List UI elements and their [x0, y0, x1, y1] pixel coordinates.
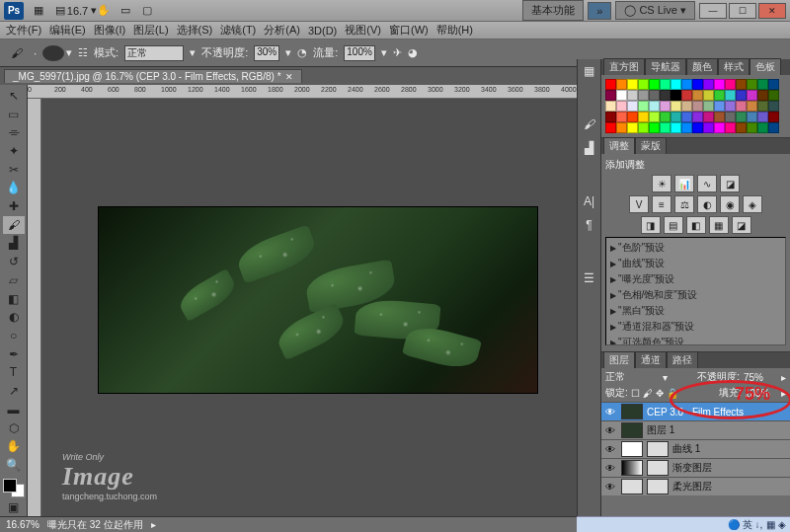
adj-curves[interactable]: ∿ — [697, 175, 717, 192]
tab-swatches[interactable]: 色板 — [750, 58, 781, 75]
tray-icon[interactable]: ▦ ◈ — [766, 519, 786, 530]
swatch[interactable] — [736, 112, 747, 122]
adj-mixer[interactable]: ◈ — [743, 195, 762, 213]
workspace-switcher[interactable]: 基本功能 — [522, 0, 584, 21]
eyedropper-tool[interactable]: 💧 — [3, 180, 25, 197]
swatch[interactable] — [768, 90, 779, 101]
swatch[interactable] — [757, 122, 768, 133]
swatch[interactable] — [605, 79, 616, 90]
swatch[interactable] — [692, 122, 703, 133]
3d-tool[interactable]: ⬡ — [3, 419, 25, 437]
arrange-icon[interactable]: ▭ — [117, 3, 134, 19]
shape-tool[interactable]: ▬ — [3, 401, 25, 418]
swatch[interactable] — [660, 79, 671, 90]
tab-adjustments[interactable]: 调整 — [603, 137, 635, 154]
crop-tool[interactable]: ✂ — [3, 161, 25, 179]
airbrush-icon[interactable]: ✈ — [393, 46, 402, 59]
lock-trans-icon[interactable]: ☐ — [631, 388, 640, 399]
swatch[interactable] — [671, 112, 681, 122]
swatch[interactable] — [605, 112, 616, 122]
swatch[interactable] — [638, 122, 649, 133]
document-tab[interactable]: _MG_5997(1).jpg @ 16.7% (CEP 3.0 - Film … — [4, 69, 302, 83]
swatch[interactable] — [725, 79, 736, 90]
swatch[interactable] — [703, 79, 714, 90]
adj-gradmap[interactable]: ▦ — [709, 216, 729, 234]
zoom-tool[interactable]: 🔍 — [3, 456, 25, 474]
swatch[interactable] — [714, 101, 725, 112]
preset-item[interactable]: ▶"色相/饱和度"预设 — [608, 287, 783, 303]
swatch[interactable] — [714, 122, 725, 133]
adj-levels[interactable]: 📊 — [674, 175, 694, 192]
lock-pos-icon[interactable]: ✥ — [656, 388, 664, 399]
layer-row[interactable]: 👁曲线 1 — [601, 439, 790, 458]
brush-tool[interactable]: 🖌 — [3, 216, 25, 234]
flow-value[interactable]: 100% — [344, 45, 375, 61]
swatch[interactable] — [660, 90, 671, 101]
tab-histogram[interactable]: 直方图 — [603, 58, 645, 75]
adj-bw[interactable]: ◐ — [697, 195, 717, 213]
swatch[interactable] — [660, 112, 671, 122]
status-zoom[interactable]: 16.67% — [6, 519, 40, 530]
hand-tool[interactable]: ✋ — [3, 437, 25, 455]
swatch[interactable] — [627, 79, 638, 90]
swatch[interactable] — [660, 101, 671, 112]
brush-preset[interactable]: ▾ — [42, 45, 72, 61]
swatch[interactable] — [714, 112, 725, 122]
swatch[interactable] — [638, 112, 649, 122]
heal-tool[interactable]: ✚ — [3, 197, 25, 215]
icon-history[interactable]: ☰ — [578, 266, 600, 290]
swatch[interactable] — [703, 101, 714, 112]
swatch[interactable] — [616, 90, 627, 101]
pen-tool[interactable]: ✒ — [3, 345, 25, 363]
document-canvas[interactable] — [99, 207, 537, 393]
swatch[interactable] — [638, 79, 649, 90]
swatch[interactable] — [681, 122, 692, 133]
swatch[interactable] — [757, 79, 768, 90]
swatch[interactable] — [605, 122, 616, 133]
adj-vibrance[interactable]: V — [629, 195, 649, 213]
window-maximize[interactable]: ☐ — [729, 3, 756, 19]
swatch[interactable] — [671, 90, 681, 101]
preset-item[interactable]: ▶"黑白"预设 — [608, 303, 783, 319]
adj-invert[interactable]: ◨ — [641, 216, 661, 234]
close-tab-icon[interactable]: ✕ — [285, 72, 293, 82]
icon-clone[interactable]: ▟ — [578, 136, 600, 160]
swatch[interactable] — [616, 112, 627, 122]
menu-3d[interactable]: 3D(D) — [308, 25, 337, 37]
wand-tool[interactable]: ✦ — [3, 142, 25, 160]
tab-channels[interactable]: 通道 — [635, 351, 667, 368]
visibility-icon[interactable]: 👁 — [603, 482, 617, 493]
swatch[interactable] — [616, 79, 627, 90]
pressure-opacity-icon[interactable]: ◔ — [297, 46, 307, 59]
swatch[interactable] — [638, 90, 649, 101]
swatch[interactable] — [660, 122, 671, 133]
tab-layers[interactable]: 图层 — [603, 351, 635, 368]
cslive-button[interactable]: ◯ CS Live ▾ — [615, 1, 695, 20]
menu-edit[interactable]: 编辑(E) — [49, 23, 86, 38]
adj-brightness[interactable]: ☀ — [652, 175, 672, 192]
swatch[interactable] — [649, 79, 660, 90]
swatch[interactable] — [671, 122, 681, 133]
layer-row[interactable]: 👁柔光图层 — [601, 477, 790, 495]
menu-help[interactable]: 帮助(H) — [436, 23, 473, 38]
swatch[interactable] — [627, 90, 638, 101]
swatch[interactable] — [627, 112, 638, 122]
visibility-icon[interactable]: 👁 — [603, 407, 617, 418]
visibility-icon[interactable]: 👁 — [603, 463, 617, 474]
screen-mode-icon[interactable]: ▢ — [138, 3, 156, 19]
brush-panel-icon[interactable]: ☷ — [78, 46, 88, 59]
swatch[interactable] — [703, 122, 714, 133]
icon-swatches[interactable]: ▦ — [578, 59, 600, 83]
marquee-tool[interactable]: ▭ — [3, 106, 25, 123]
path-tool[interactable]: ↗ — [3, 382, 25, 400]
tab-masks[interactable]: 蒙版 — [635, 137, 667, 154]
swatch[interactable] — [627, 122, 638, 133]
zoom-dropdown[interactable]: 16.7 ▾ — [73, 3, 91, 19]
swatch[interactable] — [692, 90, 703, 101]
preset-item[interactable]: ▶"色阶"预设 — [608, 240, 783, 256]
swatch[interactable] — [757, 112, 768, 122]
type-tool[interactable]: T — [3, 364, 25, 382]
preset-item[interactable]: ▶"曝光度"预设 — [608, 271, 783, 287]
swatch[interactable] — [747, 122, 757, 133]
tab-paths[interactable]: 路径 — [667, 351, 698, 368]
